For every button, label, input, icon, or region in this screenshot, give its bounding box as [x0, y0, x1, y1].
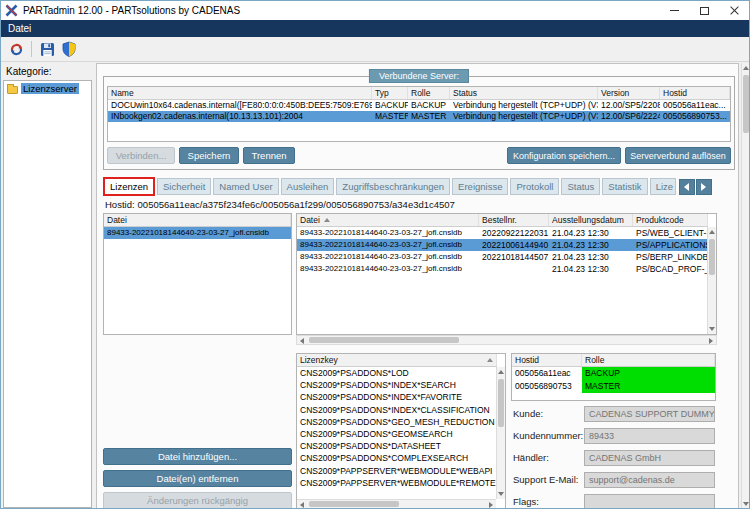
cell: MASTER: [372, 111, 408, 122]
col-rolle[interactable]: Rolle: [582, 354, 715, 366]
scrollbar-thumb[interactable]: [309, 501, 399, 507]
tab-scroll-right-button[interactable]: [696, 179, 712, 195]
lizenzkey-item[interactable]: CNS2009*PAPPSERVER*WEBMODULE*WEBAPI: [297, 465, 497, 477]
tab-zugriffsbeschraenkungen[interactable]: Zugriffsbeschränkungen: [336, 178, 450, 195]
scrollbar-thumb[interactable]: [309, 337, 459, 343]
cell: [479, 263, 549, 275]
lizenzkey-item[interactable]: CNS2009*PSADDONS*LOD: [297, 367, 497, 379]
cell: 89433-20221018144640-23-03-27_jofl.cnsld…: [104, 227, 291, 239]
menu-datei[interactable]: Datei: [1, 20, 38, 37]
col-name[interactable]: Name: [108, 87, 372, 99]
license-vertical-scrollbar[interactable]: [707, 227, 716, 334]
lizenzkey-item[interactable]: CNS2009*PSADDONS*GEOMSEARCH: [297, 428, 497, 440]
scroll-left-icon[interactable]: [300, 338, 304, 344]
license-horizontal-scrollbar[interactable]: [296, 335, 717, 345]
role-row[interactable]: 005056a11eac BACKUP: [512, 367, 715, 380]
sort-asc-icon: [324, 218, 330, 222]
verbinden-button[interactable]: Verbinden...: [107, 147, 175, 164]
lizenzkey-horizontal-scrollbar[interactable]: [297, 499, 496, 508]
datei-entfernen-button[interactable]: Datei(en) entfernen: [103, 470, 292, 487]
scroll-right-icon[interactable]: [489, 502, 493, 508]
connect-server-button[interactable]: [5, 38, 27, 60]
cell: DOCUwin10x64.cadenas.internal([FE80:0:0:…: [108, 100, 372, 111]
server-table-header: Name Typ Rolle Status Version Hostid: [108, 87, 730, 100]
tab-lizenz-truncated[interactable]: Lize: [650, 178, 676, 195]
lizenzkey-item[interactable]: CNS2009*PSADDONS*COMPLEXSEARCH: [297, 452, 497, 464]
scroll-up-icon[interactable]: [709, 230, 715, 234]
col-datei[interactable]: Datei: [104, 214, 291, 226]
aenderungen-rueckgaengig-button[interactable]: Änderungen rückgängig: [103, 492, 292, 509]
scroll-up-icon[interactable]: [498, 370, 504, 374]
window-controls: [659, 1, 749, 20]
scroll-right-icon[interactable]: [709, 338, 713, 344]
admin-mode-button[interactable]: [58, 38, 80, 60]
trennen-button[interactable]: Trennen: [243, 147, 295, 164]
scrollbar-thumb[interactable]: [743, 75, 749, 133]
license-row[interactable]: 89433-20221018144640-23-03-27_jofl.cnsld…: [297, 251, 708, 263]
scrollbar-thumb[interactable]: [498, 379, 504, 427]
lizenzkey-item[interactable]: CNS2009*PSADDONS*GEO_MESH_REDUCTION: [297, 416, 497, 428]
lizenzkey-item[interactable]: CNS2009*PAPPSERVER*WEBMODULE*REMOTEFILES…: [297, 477, 497, 489]
cell: MASTER: [408, 111, 450, 122]
scroll-down-icon[interactable]: [498, 492, 504, 496]
app-window: { "window": { "title": "PARTadmin 12.00 …: [0, 0, 750, 509]
cell: 21.04.23 12:30: [549, 239, 633, 251]
license-row-selected[interactable]: 89433-20221018144640-23-03-27_jofl.cnsld…: [297, 239, 708, 251]
haendler-value: CADENAS GmbH: [584, 450, 715, 466]
cell: Verbindung hergestellt (TCP+UDP) (V3): [450, 111, 598, 122]
file-row-selected[interactable]: 89433-20221018144640-23-03-27_jofl.cnsld…: [104, 227, 291, 239]
license-row[interactable]: 89433-20221018144640-23-03-27_jofl.cnsld…: [297, 227, 708, 239]
main-vertical-scrollbar[interactable]: [741, 63, 750, 509]
support-email-label: Support E-Mail:: [513, 472, 578, 488]
scrollbar-thumb[interactable]: [709, 239, 715, 275]
lizenzkey-item[interactable]: CNS2009*PSADDONS*INDEX*CLASSIFICATION: [297, 404, 497, 416]
tab-statistik[interactable]: Statistik: [602, 178, 647, 195]
col-hostid[interactable]: Hostid: [512, 354, 582, 366]
col-typ[interactable]: Typ: [372, 87, 408, 99]
lizenzkey-item[interactable]: CNS2009*PSADDONS*INDEX*FAVORITE: [297, 391, 497, 403]
scroll-left-icon[interactable]: [300, 502, 304, 508]
tree-item-lizenzserver[interactable]: Lizenzserver: [4, 81, 91, 96]
tab-status[interactable]: Status: [561, 178, 600, 195]
role-badge: MASTER: [582, 380, 715, 393]
col-status[interactable]: Status: [450, 87, 598, 99]
col-version[interactable]: Version: [598, 87, 660, 99]
cell: 21.04.23 12:30: [549, 251, 633, 263]
serververbund-aufloesen-button[interactable]: Serververbund auflösen: [625, 147, 731, 164]
col-lizenzkey[interactable]: Lizenzkey: [297, 354, 497, 366]
col-produktcode[interactable]: Produktcode: [633, 214, 708, 226]
col-hostid[interactable]: Hostid: [660, 87, 730, 99]
cell: 005056890753...: [660, 111, 730, 122]
col-rolle[interactable]: Rolle: [408, 87, 450, 99]
tab-ausleihen[interactable]: Ausleihen: [281, 178, 335, 195]
minimize-button[interactable]: [659, 1, 689, 20]
scroll-down-icon[interactable]: [743, 502, 749, 506]
lizenzkey-item[interactable]: CNS2009*PSADDONS*DATASHEET: [297, 440, 497, 452]
col-bestellnr[interactable]: Bestellnr.: [479, 214, 549, 226]
cell: 21.04.23 12:30: [549, 227, 633, 239]
tab-protokoll[interactable]: Protokoll: [510, 178, 559, 195]
maximize-button[interactable]: [689, 1, 719, 20]
speichern-button[interactable]: Speichern: [179, 147, 239, 164]
tab-ereignisse[interactable]: Ereignisse: [452, 178, 508, 195]
datei-hinzufuegen-button[interactable]: Datei hinzufügen...: [103, 448, 292, 465]
cell: CNS2009*PSADDONS*COMPLEXSEARCH: [297, 452, 497, 464]
scroll-up-icon[interactable]: [743, 66, 749, 70]
lizenzkey-item[interactable]: CNS2009*PSADDONS*INDEX*SEARCH: [297, 379, 497, 391]
server-row-selected[interactable]: INbookgen02.cadenas.internal(10.13.13.10…: [108, 111, 730, 122]
license-row[interactable]: 89433-20221018144640-23-03-27_jofl.cnsld…: [297, 263, 708, 275]
lizenzkey-vertical-scrollbar[interactable]: [496, 367, 505, 499]
tab-sicherheit[interactable]: Sicherheit: [157, 178, 211, 195]
role-row[interactable]: 005056890753 MASTER: [512, 380, 715, 393]
konfiguration-speichern-button[interactable]: Konfiguration speichern...: [507, 147, 621, 164]
tab-lizenzen[interactable]: Lizenzen: [103, 177, 155, 196]
tab-scroll-left-button[interactable]: [679, 179, 695, 195]
server-row[interactable]: DOCUwin10x64.cadenas.internal([FE80:0:0:…: [108, 100, 730, 111]
save-button[interactable]: [36, 38, 58, 60]
tab-named-user[interactable]: Named User: [213, 178, 278, 195]
col-ausstellungsdatum[interactable]: Ausstellungsdatum: [549, 214, 633, 226]
close-button[interactable]: [719, 1, 749, 20]
scroll-down-icon[interactable]: [709, 327, 715, 331]
col-datei[interactable]: Datei: [297, 214, 479, 226]
license-table-header: Datei Bestellnr. Ausstellungsdatum Produ…: [297, 214, 708, 227]
